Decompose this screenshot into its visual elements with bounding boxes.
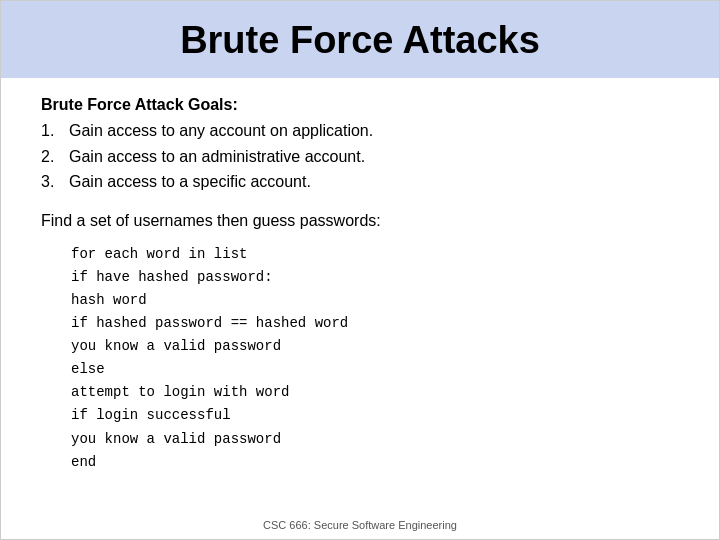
slide-content: Brute Force Attack Goals: 1. Gain access… xyxy=(1,78,719,513)
list-item: 3. Gain access to a specific account. xyxy=(41,169,679,195)
list-item: 2. Gain access to an administrative acco… xyxy=(41,144,679,170)
goals-heading: Brute Force Attack Goals: xyxy=(41,96,679,114)
footer-text: CSC 666: Secure Software Engineering xyxy=(1,513,719,539)
code-line: for each word in list xyxy=(71,243,679,266)
find-text: Find a set of usernames then guess passw… xyxy=(41,209,679,233)
list-text: Gain access to any account on applicatio… xyxy=(69,118,373,144)
slide: Brute Force Attacks Brute Force Attack G… xyxy=(0,0,720,540)
code-line: attempt to login with word xyxy=(71,381,679,404)
code-line: else xyxy=(71,358,679,381)
code-line: if login successful xyxy=(71,404,679,427)
code-line: if have hashed password: xyxy=(71,266,679,289)
list-num: 3. xyxy=(41,169,69,195)
code-line: hash word xyxy=(71,289,679,312)
code-line: you know a valid password xyxy=(71,335,679,358)
title-bar: Brute Force Attacks xyxy=(1,1,719,78)
code-line: end xyxy=(71,451,679,474)
list-num: 2. xyxy=(41,144,69,170)
list-item: 1. Gain access to any account on applica… xyxy=(41,118,679,144)
slide-title: Brute Force Attacks xyxy=(21,19,699,62)
code-block: for each word in list if have hashed pas… xyxy=(41,243,679,474)
goals-list: 1. Gain access to any account on applica… xyxy=(41,118,679,195)
list-text: Gain access to an administrative account… xyxy=(69,144,365,170)
code-line: you know a valid password xyxy=(71,428,679,451)
list-text: Gain access to a specific account. xyxy=(69,169,311,195)
list-num: 1. xyxy=(41,118,69,144)
code-line: if hashed password == hashed word xyxy=(71,312,679,335)
